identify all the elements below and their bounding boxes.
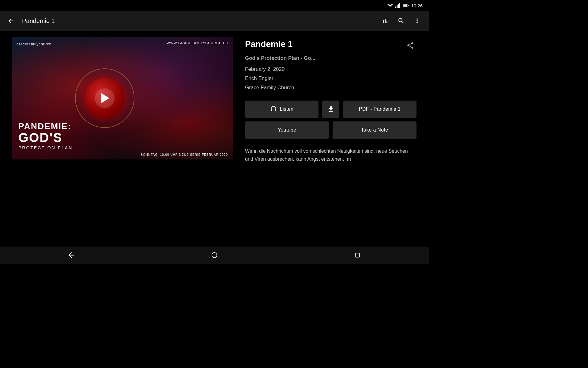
search-icon (398, 17, 405, 25)
video-title-line1: PANDEMIE: (18, 122, 227, 131)
play-triangle-icon (101, 93, 109, 103)
svg-rect-6 (408, 5, 409, 6)
sermon-date: February 2, 2020 (245, 66, 417, 72)
more-icon (413, 17, 421, 25)
recent-nav-button[interactable] (348, 249, 367, 261)
back-arrow-icon (7, 17, 15, 25)
svg-rect-5 (404, 5, 407, 7)
second-action-row: Youtube Take a Note (245, 121, 417, 139)
pdf-label: PDF - Pandemie 1 (359, 106, 401, 112)
battery-icon (403, 2, 409, 9)
main-content: gracefamilychurch WWW.GRACEFAMILYCHURCH.… (0, 31, 429, 247)
sermon-series: God's Protection Plan - Go... (245, 55, 417, 61)
back-nav-button[interactable] (62, 249, 81, 261)
pdf-button[interactable]: PDF - Pandemie 1 (343, 101, 417, 118)
status-bar: 10:26 (0, 0, 429, 11)
svg-rect-3 (399, 3, 400, 8)
svg-point-7 (212, 253, 217, 258)
svg-rect-1 (397, 5, 398, 8)
sermon-description: Wenn die Nachrichten voll von schlechten… (245, 147, 417, 163)
signal-icon (395, 2, 401, 9)
svg-rect-0 (395, 6, 396, 8)
bottom-nav (0, 247, 429, 264)
home-nav-button[interactable] (205, 249, 224, 261)
video-overlay-text: PANDEMIE: GOD'S PROTECTION PLAN (18, 122, 227, 150)
website-url: WWW.GRACEFAMILYCHURCH.CH (167, 41, 228, 45)
youtube-label: Youtube (278, 127, 296, 133)
video-thumbnail[interactable]: gracefamilychurch WWW.GRACEFAMILYCHURCH.… (12, 37, 233, 159)
home-circle-icon (211, 252, 218, 259)
video-bottom-info: SONNTAG, 10.00 UHR NEUE SERIE FEBRUAR 20… (141, 153, 228, 156)
status-icons: 10:26 (387, 2, 423, 9)
listen-label: Listen (280, 106, 294, 112)
sermon-church: Grace Family Church (245, 85, 417, 91)
detail-header: Pandemie 1 (245, 39, 417, 52)
back-button[interactable] (5, 15, 17, 27)
youtube-button[interactable]: Youtube (245, 121, 329, 139)
detail-panel: Pandemie 1 God's Protection Plan - Go...… (245, 37, 417, 240)
download-button[interactable] (322, 101, 339, 118)
video-title-line2: GOD'S (18, 131, 227, 144)
search-button[interactable] (394, 14, 408, 28)
video-title-line3: PROTECTION PLAN (18, 145, 227, 150)
more-button[interactable] (410, 14, 424, 28)
page-title: Pandemie 1 (22, 17, 374, 25)
video-schedule-text: SONNTAG, 10.00 UHR NEUE SERIE FEBRUAR 20… (141, 153, 228, 156)
app-bar: Pandemie 1 (0, 11, 429, 31)
download-icon (327, 105, 334, 113)
action-buttons: Listen PDF - Pandemie 1 Youtube (245, 101, 417, 139)
church-logo-text: gracefamilychurch (17, 42, 51, 46)
recent-square-icon (354, 252, 360, 258)
listen-button[interactable]: Listen (245, 101, 318, 118)
first-action-row: Listen PDF - Pandemie 1 (245, 101, 417, 118)
chart-button[interactable] (379, 14, 392, 28)
svg-rect-8 (355, 253, 359, 257)
app-bar-actions (379, 14, 424, 28)
take-note-label: Take a Note (361, 127, 388, 133)
chart-icon (382, 17, 389, 25)
status-time: 10:26 (411, 3, 423, 8)
svg-rect-2 (398, 4, 399, 8)
sermon-speaker: Erich Engler (245, 75, 417, 82)
wifi-icon (387, 2, 393, 9)
headphones-icon (270, 106, 277, 113)
take-note-button[interactable]: Take a Note (333, 121, 417, 139)
play-button[interactable] (95, 88, 115, 108)
share-button[interactable] (404, 39, 417, 52)
church-logo: gracefamilychurch (17, 41, 51, 47)
share-icon (406, 41, 414, 49)
back-triangle-icon (67, 251, 76, 259)
sermon-title: Pandemie 1 (245, 39, 293, 49)
